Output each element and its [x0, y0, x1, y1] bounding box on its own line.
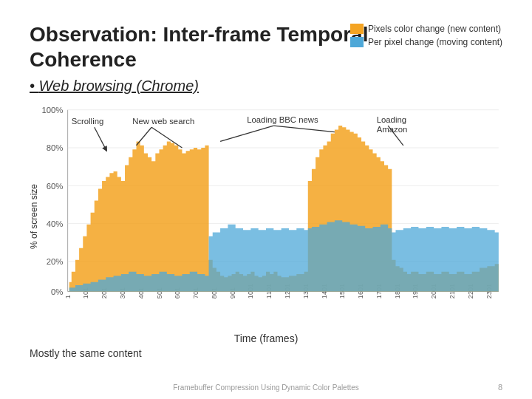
chart-container: % of screen size 100% 80% 60% 40% 20% 0% [30, 102, 502, 331]
legend-item-2: Per pixel change (moving content) [350, 37, 502, 47]
legend-color-1 [350, 24, 364, 34]
page-number: 8 [498, 383, 502, 392]
annotation-scrolling: Scrolling [72, 117, 104, 126]
annotation-bbc: Loading BBC news [247, 115, 318, 124]
slide: Observation: Inter-frame Temporal Cohere… [0, 0, 532, 399]
slide-subtitle: • Web browsing (Chrome) [30, 78, 502, 95]
annotation-amazon1: Loading [377, 115, 406, 124]
legend-label-2: Per pixel change (moving content) [368, 37, 502, 47]
annotation-newsearch: New web search [132, 117, 194, 126]
svg-text:0%: 0% [51, 287, 63, 296]
svg-text:1: 1 [64, 295, 72, 299]
svg-text:20%: 20% [47, 257, 64, 266]
scrolling-arrow [95, 127, 106, 149]
svg-text:100%: 100% [41, 106, 63, 115]
legend-label-1: Pixels color change (new content) [368, 24, 501, 34]
legend: Pixels color change (new content) Per pi… [350, 24, 502, 47]
legend-item-1: Pixels color change (new content) [350, 24, 502, 34]
svg-text:60%: 60% [47, 182, 64, 191]
chart-svg: 100% 80% 60% 40% 20% 0% 1 101 201 301 40… [30, 102, 502, 331]
bbc-arrow2 [220, 126, 273, 141]
svg-text:40%: 40% [47, 219, 64, 228]
svg-text:80%: 80% [47, 143, 64, 152]
footer: Framebuffer Compression Using Dynamic Co… [0, 383, 532, 392]
footer-text: Framebuffer Compression Using Dynamic Co… [173, 383, 359, 392]
y-axis-label: % of screen size [29, 184, 39, 249]
annotation-amazon2: Amazon [377, 125, 408, 134]
x-axis-label: Time (frames) [30, 332, 502, 344]
bbc-arrow [273, 126, 335, 132]
legend-color-2 [350, 37, 364, 47]
bottom-label: Mostly the same content [30, 347, 502, 359]
newsearch-arrow1 [137, 127, 152, 146]
